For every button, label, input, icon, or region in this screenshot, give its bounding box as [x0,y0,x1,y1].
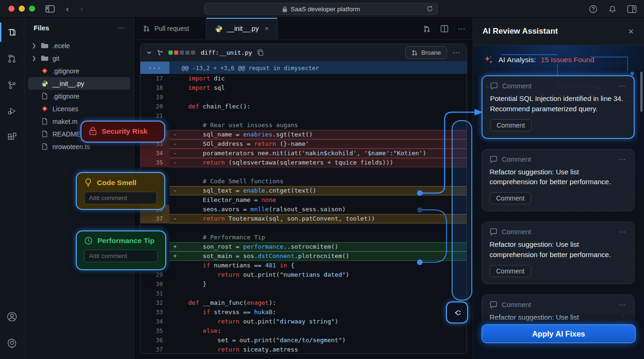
hunk-gutter[interactable]: ··· [140,62,169,74]
file-item[interactable]: __init__.py [28,77,130,90]
card-more-icon[interactable]: ⋯ [619,228,627,236]
comment-button[interactable]: Comment [490,192,531,204]
file-label: .ecele [52,42,70,50]
diff-marker: - [169,158,181,167]
minimize-window-button[interactable] [19,6,25,12]
sidebar-toggle-icon[interactable] [45,5,55,13]
reload-icon[interactable] [426,5,433,12]
code-line: Eilector_name = none [181,195,467,205]
commit-graph-icon [157,49,164,56]
notifications-bell-icon[interactable] [608,5,617,14]
url-text: SaaS developer platform [291,6,360,13]
maximize-window-button[interactable] [29,6,35,12]
panel-layout-icon[interactable] [627,5,637,13]
diff-stat-square [180,50,184,55]
tab-pull-request[interactable]: Pull request [134,18,198,39]
diff-stat-square [191,50,195,55]
card-header-label: Comment [502,228,531,236]
chevron-down-icon[interactable] [146,50,152,56]
code-line: else: [181,326,467,336]
split-editor-icon[interactable] [440,25,448,33]
diff-stat-squares [168,50,195,55]
diff-row: + son_rost = performance..sotrocmitem() [140,242,467,251]
extensions-icon[interactable] [0,125,24,149]
close-panel-icon[interactable]: × [628,26,634,37]
apply-ai-fixes-button[interactable]: Apply AI Fixes [482,324,636,343]
code-line [181,93,467,102]
security-risk-callout[interactable]: Security Risk [80,121,165,143]
comment-input[interactable] [84,192,157,204]
explorer-more-icon[interactable]: ⋯ [117,24,125,32]
file-item[interactable]: .gitignore [28,65,130,77]
file-item[interactable]: ❯git [28,52,130,65]
forward-button[interactable]: › [80,4,83,13]
close-window-button[interactable] [8,6,15,12]
code-smell-callout[interactable]: Code Smell [76,172,165,210]
chevron-right-icon[interactable]: ❯ [32,55,37,61]
lightbulb-icon [84,178,92,187]
url-bar[interactable]: SaaS developer platform [204,3,438,15]
editor-more-icon[interactable]: ⋯ [458,24,466,33]
diff-row: 17import dic [140,74,467,83]
diff-marker [169,233,181,242]
line-number: 37 [140,345,169,354]
card-header-label: Comment [502,301,531,309]
diff-row [140,223,467,233]
file-item[interactable]: Licenses [28,102,130,115]
comment-card[interactable]: Comment⋯Potential SQL Injection identifi… [482,75,635,139]
run-debug-icon[interactable] [0,99,24,122]
explorer-title: Files [34,24,49,32]
account-icon[interactable] [0,305,24,328]
chevron-right-icon[interactable]: ❯ [32,43,37,49]
diff-row: Eilector_name = none [140,195,467,205]
close-tab-icon[interactable]: × [265,25,269,32]
diff-row [140,167,467,177]
diff-row: 33- SOl_address = return (}-name' [140,139,467,149]
settings-gear-icon[interactable] [0,331,24,354]
performance-tip-callout[interactable]: Performance Tip [76,230,166,270]
comment-button[interactable]: Comment [490,119,532,131]
card-more-icon[interactable]: ⋯ [619,82,627,90]
copy-icon[interactable] [257,49,264,56]
tab-init-py[interactable]: __init__.py × [206,18,278,39]
diff-row: 36 set = out.print("dance/to/segment") [140,336,467,345]
diff-row: 37- return Toutersmax(sql, son.patConven… [140,214,467,223]
help-icon[interactable] [589,5,598,14]
pull-request-icon[interactable] [423,25,431,33]
back-button[interactable]: ‹ [66,4,69,13]
file-label: .gitignore [52,93,80,100]
line-number: 17 [140,74,169,83]
review-collapse-button[interactable] [446,302,468,323]
diff-stat-square [174,50,178,55]
code-line: return out.print("numertians dated") [181,270,467,280]
comment-card[interactable]: Comment⋯Refactor suggestion: Use list co… [482,149,635,212]
code-line: # Code Smell functions [181,177,467,186]
code-line: return siceaty.aetress [181,345,467,354]
python-icon [40,80,49,87]
comment-input[interactable] [84,250,158,262]
line-number: 34 [140,149,169,158]
pull-request-icon[interactable] [0,47,24,70]
file-label: README [52,130,80,138]
diff-marker: - [169,149,181,158]
card-more-icon[interactable]: ⋯ [619,301,627,309]
file-item[interactable]: ❯.ecele [28,39,130,52]
line-number: 37 [140,214,169,223]
comment-card[interactable]: Comment⋯Refactor suggestion: Use list co… [482,222,635,284]
ai-analysis-row: AI Analysis: 15 Issues Found [483,55,644,65]
diff-file-title: diff:__unit.py [201,49,252,56]
diff-marker [169,317,181,326]
comment-button[interactable]: Comment [490,265,531,277]
hunk-header: ··· @@ -13,2 + +3,6 @@ requxt in dimysec… [140,62,467,74]
comment-bubble-icon [490,228,498,236]
file-item[interactable]: .gitignore [28,90,130,102]
diff-marker [169,195,181,205]
panel-scrollbar[interactable] [640,72,643,112]
diff-marker: + [169,251,181,261]
explorer-icon[interactable] [0,21,24,44]
card-more-icon[interactable]: ⋯ [619,156,627,163]
diff-more-icon[interactable]: ⋯ [453,48,461,57]
source-control-icon[interactable] [0,73,24,96]
branch-button[interactable]: Broane [405,46,447,59]
diff-marker [169,102,181,111]
